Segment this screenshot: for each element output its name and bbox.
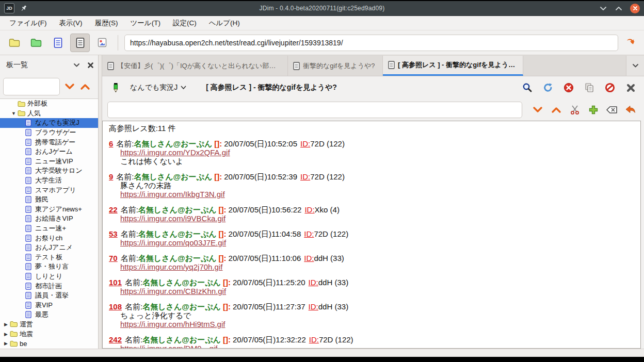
copy-icon[interactable] [581, 79, 598, 96]
post-number-link[interactable]: 101 [109, 278, 122, 287]
clear-icon[interactable] [604, 102, 620, 118]
search-up-icon[interactable] [79, 83, 91, 90]
board-tree-item[interactable]: 難民 [0, 195, 98, 205]
board-tree-item[interactable]: ▶ be [0, 339, 98, 349]
post-line[interactable]: https://i.imgur.com/YDx2QFA.gif [120, 148, 634, 157]
tab-label: 【安価】彡(゜)(゜)「IQが高くないと出られない部屋…… [117, 61, 282, 71]
board-tree-item[interactable]: ニュー速+ [0, 224, 98, 234]
post-number-link[interactable]: 53 [109, 229, 118, 238]
board-select[interactable]: なんでも実況J [128, 82, 188, 93]
pin-icon[interactable] [20, 4, 28, 12]
abone-icon[interactable] [602, 79, 618, 96]
board-tree-item[interactable]: 議員・選挙 [0, 291, 98, 301]
board-tree-item[interactable]: おんJゲーム [0, 147, 98, 157]
post-id-label[interactable]: ID: [300, 139, 310, 148]
post-number-link[interactable]: 242 [109, 335, 122, 344]
board-tree-item[interactable]: おんJアニメ [0, 243, 98, 253]
write-icon[interactable] [107, 79, 124, 96]
post-number-link[interactable]: 22 [109, 205, 118, 214]
post-id-label[interactable]: ID: [304, 229, 314, 238]
close-icon[interactable] [630, 4, 640, 13]
search-icon[interactable] [519, 79, 536, 96]
post-line[interactable]: https://i.imgur.com/hHi9tmS.gif [120, 320, 634, 328]
board-tree-item[interactable]: 大学受験サロン [0, 166, 98, 176]
post-id: ddH (33) [314, 254, 344, 262]
board-tree-item[interactable]: 外部板 [0, 99, 98, 109]
board-tree-item[interactable]: テスト板 [0, 253, 98, 262]
menu-item[interactable]: 履歴(S) [89, 17, 124, 30]
search-down-icon[interactable] [64, 83, 75, 90]
menu-item[interactable]: ツール(T) [124, 17, 167, 30]
board-tree-item[interactable]: ブラウザゲー [0, 128, 98, 138]
post-number-link[interactable]: 6 [109, 139, 113, 148]
post-id-label[interactable]: ID: [300, 172, 310, 181]
board-search-input[interactable] [3, 78, 60, 95]
thread-view[interactable]: 高参照レス数:11 件 6名前:名無しさん@おーぷん[]:20/07/05(日)… [102, 121, 641, 349]
image-view-button[interactable] [93, 34, 111, 52]
board-tree-item[interactable]: 大学生活 [0, 176, 98, 186]
post-id-label[interactable]: ID: [304, 254, 314, 262]
reload-icon[interactable] [540, 79, 556, 96]
post-line[interactable]: https://i.imgur.com/yq2j70h.gif [120, 262, 634, 271]
board-tree-item[interactable]: スマホアプリ [0, 185, 98, 195]
post-line[interactable]: https://i.imgur.com/i9VBCka.gif [120, 214, 634, 223]
extract-input[interactable] [107, 102, 522, 118]
board-tree-item[interactable]: ▼ 人気 [0, 109, 98, 119]
open-url-icon[interactable] [621, 34, 639, 52]
post-id-label[interactable]: ID: [309, 335, 319, 344]
board-tree-item[interactable]: お祭りch [0, 233, 98, 243]
boardlist-button[interactable] [5, 34, 24, 52]
sidebar-collapse-icon[interactable] [73, 63, 80, 68]
url-input[interactable] [124, 35, 618, 51]
menu-item[interactable]: 設定(C) [167, 17, 203, 30]
post-line[interactable]: https://i.imgur.com/DM9…gif [120, 344, 634, 349]
maximize-icon[interactable] [615, 4, 623, 12]
favorites-button[interactable] [27, 34, 45, 52]
post-number-link[interactable]: 108 [109, 302, 122, 311]
post-line[interactable]: https://i.imgur.com/qo03J7E.gif [120, 238, 634, 247]
tree-expander-icon[interactable]: ▼ [10, 111, 18, 116]
menu-item[interactable]: 表示(V) [53, 17, 89, 30]
post-id-label[interactable]: ID: [309, 278, 318, 287]
board-tree-item[interactable]: ニュー速VIP [0, 157, 98, 167]
thread-tab[interactable]: 【安価】彡(゜)(゜)「IQが高くないと出られない部屋…… [102, 56, 288, 76]
board-tree-item[interactable]: 都市計画 [0, 281, 98, 291]
tree-expander-icon[interactable]: ▶ [2, 341, 10, 346]
post-number-link[interactable]: 9 [109, 172, 113, 181]
board-tree-item[interactable]: 東アジアnews+ [0, 205, 98, 215]
back-icon[interactable] [622, 102, 639, 118]
board-tree-item[interactable]: ▶ 運営 [0, 320, 98, 330]
post-id-label[interactable]: ID: [304, 205, 314, 214]
post-line[interactable]: https://i.imgur.com/CBIzKhn.gif [120, 287, 634, 295]
menu-item[interactable]: ヘルプ(H) [203, 17, 246, 30]
tree-expander-icon[interactable]: ▶ [2, 332, 10, 337]
stop-icon[interactable] [560, 79, 577, 96]
board-tree-item[interactable]: ▶ 地震 [0, 329, 98, 339]
pane-splitter[interactable] [98, 55, 102, 349]
thread-tab[interactable]: [ 高参照レス ] - 衝撃的なgifを見ようや? [383, 56, 523, 76]
threadlist-button[interactable] [49, 34, 67, 52]
board-label: テスト板 [34, 253, 62, 262]
post-id-label[interactable]: ID: [309, 302, 318, 311]
tab-list-chevron-icon[interactable] [626, 56, 644, 76]
thread-view-button[interactable] [70, 34, 90, 52]
board-tree-item[interactable]: お絵描きVIP [0, 214, 98, 224]
thread-tab[interactable]: 衝撃的なgifを見ようや? [288, 56, 383, 76]
close-tab-icon[interactable] [622, 79, 639, 96]
sidebar-close-icon[interactable] [87, 62, 94, 69]
extract-icon[interactable] [567, 102, 583, 118]
post-number-link[interactable]: 70 [109, 254, 118, 262]
board-tree-item[interactable]: 携帯電話ゲー [0, 137, 98, 147]
add-favorite-icon[interactable] [585, 102, 602, 118]
board-tree-item[interactable]: なんでも実況J [0, 118, 98, 128]
board-tree-item[interactable]: しりとり [0, 272, 98, 282]
menu-item[interactable]: ファイル(F) [3, 17, 53, 30]
minimize-icon[interactable] [599, 4, 607, 12]
board-tree-item[interactable]: 最悪 [0, 310, 98, 320]
tree-expander-icon[interactable]: ▶ [2, 322, 10, 327]
find-up-icon[interactable] [548, 102, 565, 118]
find-down-icon[interactable] [529, 102, 546, 118]
post-line[interactable]: https://i.imgur.com/IkbgT3N.gif [120, 190, 634, 199]
board-tree-item[interactable]: 裏VIP [0, 300, 98, 310]
board-tree-item[interactable]: 夢・独り言 [0, 262, 98, 272]
